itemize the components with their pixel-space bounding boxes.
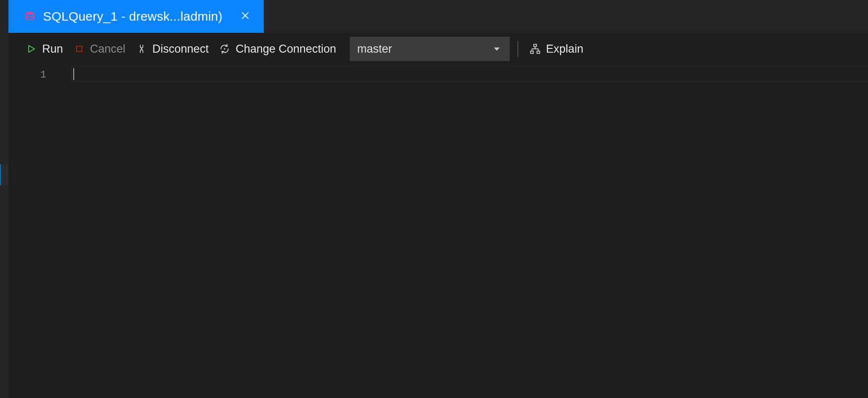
cancel-label: Cancel [90, 43, 126, 56]
tab-sqlquery-1[interactable]: SQLQuery_1 - drewsk...ladmin) [8, 0, 264, 33]
cancel-button[interactable]: Cancel [68, 37, 131, 61]
database-selector[interactable]: master [350, 37, 510, 61]
run-label: Run [42, 43, 63, 56]
disconnect-icon [136, 43, 147, 55]
svg-marker-3 [29, 45, 35, 52]
svg-rect-4 [76, 46, 82, 52]
close-icon [240, 11, 250, 22]
text-cursor [73, 68, 74, 80]
query-toolbar: Run Cancel Disconnect [8, 33, 868, 65]
current-line-highlight [72, 66, 868, 82]
stop-icon [73, 43, 85, 55]
disconnect-label: Disconnect [153, 43, 209, 56]
tab-bar: SQLQuery_1 - drewsk...ladmin) [8, 0, 868, 33]
database-icon [24, 11, 35, 22]
code-editor[interactable]: 1 [8, 65, 868, 398]
code-content-area[interactable] [72, 65, 868, 398]
toolbar-divider [517, 41, 518, 57]
change-connection-label: Change Connection [236, 43, 336, 56]
disconnect-button[interactable]: Disconnect [131, 37, 214, 61]
run-button[interactable]: Run [20, 37, 68, 61]
tab-title: SQLQuery_1 - drewsk...ladmin) [43, 9, 222, 24]
svg-rect-9 [530, 51, 533, 53]
activity-selected-indicator [0, 164, 8, 185]
explain-button[interactable]: Explain [524, 37, 589, 61]
svg-rect-10 [537, 51, 540, 53]
chevron-down-icon [492, 44, 501, 53]
explain-label: Explain [546, 43, 584, 56]
refresh-connection-icon [219, 43, 230, 55]
database-selected-label: master [357, 43, 392, 56]
svg-point-6 [224, 48, 225, 49]
activity-bar [0, 0, 8, 398]
svg-rect-8 [534, 44, 537, 46]
svg-point-0 [26, 12, 34, 15]
tab-close-button[interactable] [238, 9, 253, 24]
change-connection-button[interactable]: Change Connection [214, 37, 341, 61]
line-number-gutter: 1 [8, 65, 72, 398]
play-icon [25, 43, 37, 55]
sitemap-icon [529, 43, 541, 55]
line-number: 1 [8, 67, 72, 83]
svg-marker-7 [494, 48, 499, 51]
